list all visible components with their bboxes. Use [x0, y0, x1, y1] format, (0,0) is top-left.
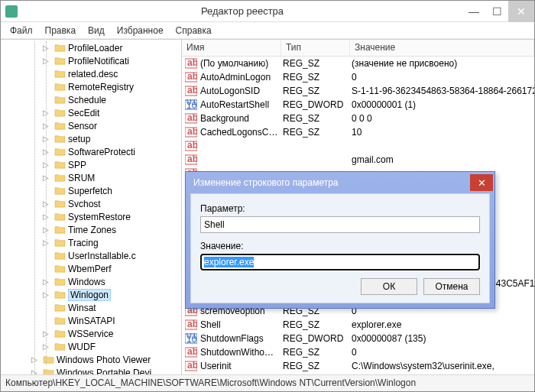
tree-item[interactable]: ▷SPP — [1, 158, 181, 171]
tree-item[interactable]: ▷WUDF — [1, 340, 181, 353]
tree-item[interactable]: ▷ProfileLoader — [1, 41, 181, 54]
expander-icon[interactable]: ▷ — [42, 213, 50, 221]
expander-icon[interactable]: ▷ — [42, 330, 50, 338]
list-row[interactable]: AutoRestartShellREG_DWORD0x00000001 (1) — [182, 98, 534, 112]
tree-label: WUDF — [68, 342, 96, 352]
tree-item[interactable]: WbemPerf — [1, 262, 181, 275]
row-value: 0x00000001 (1) — [352, 99, 534, 110]
tree-item[interactable]: UserInstallable.c — [1, 249, 181, 262]
tree-item[interactable]: Schedule — [1, 93, 181, 106]
tree-label: Windows — [68, 277, 105, 287]
expander-icon[interactable]: ▷ — [42, 109, 50, 117]
col-type[interactable]: Тип — [281, 40, 350, 56]
expander-icon[interactable]: ▷ — [42, 135, 50, 143]
expander-icon[interactable]: ▷ — [42, 200, 50, 208]
folder-icon — [54, 43, 66, 53]
list-row[interactable]: ShutdownFlagsREG_DWORD0x00000087 (135) — [182, 332, 534, 345]
tree-item[interactable]: ▷Winlogon — [1, 288, 181, 301]
row-type: REG_SZ — [283, 86, 352, 96]
tree-item[interactable]: ▷SecEdit — [1, 106, 181, 119]
folder-icon — [54, 108, 66, 118]
ok-button[interactable]: ОК — [361, 278, 417, 295]
tree-item[interactable]: RemoteRegistry — [1, 80, 181, 93]
row-name: Shell — [200, 319, 283, 330]
tree-item[interactable]: ▷WSService — [1, 327, 181, 340]
dialog-close-button[interactable]: ✕ — [470, 174, 493, 191]
tree-item[interactable]: ▷Windows — [1, 275, 181, 288]
dialog-titlebar: Изменение строкового параметра ✕ — [186, 172, 494, 193]
col-value[interactable]: Значение — [350, 40, 534, 56]
list-row[interactable]: UserinitREG_SZC:\Windows\system32\userin… — [182, 359, 534, 373]
tree-item[interactable]: ▷setup — [1, 132, 181, 145]
expander-icon[interactable]: ▷ — [42, 239, 50, 247]
row-value: (значение не присвоено) — [352, 58, 534, 69]
list-header: Имя Тип Значение — [182, 40, 534, 57]
expander-icon[interactable]: ▷ — [42, 161, 50, 169]
expander-icon[interactable]: ▷ — [42, 343, 50, 351]
cancel-button[interactable]: Отмена — [423, 278, 480, 295]
tree-item[interactable]: WinSATAPI — [1, 314, 181, 327]
tree-item[interactable]: ▷Time Zones — [1, 223, 181, 236]
row-name: ShutdownWitho… — [200, 347, 283, 358]
expander-icon[interactable]: ▷ — [42, 174, 50, 182]
tree-item[interactable]: ▷SoftwareProtecti — [1, 145, 181, 158]
tree-item[interactable]: ▷Sensor — [1, 119, 181, 132]
minimize-button[interactable]: — — [462, 1, 485, 22]
tree-label: Tracing — [68, 238, 99, 248]
expander-icon[interactable]: ▷ — [42, 278, 50, 286]
regedit-icon — [5, 5, 18, 18]
tree-item[interactable]: ▷Tracing — [1, 236, 181, 249]
list-row[interactable]: ShutdownWitho…REG_SZ0 — [182, 345, 534, 359]
list-row[interactable]: gmail.com — [182, 153, 534, 167]
menu-view[interactable]: Вид — [82, 24, 111, 37]
menu-edit[interactable]: Правка — [39, 24, 83, 37]
tree-panel[interactable]: ▷ProfileLoader▷ProfileNotificatirelated.… — [1, 40, 182, 374]
tree-item[interactable]: ▷Windows Portable Devi — [1, 366, 181, 374]
menu-file[interactable]: Файл — [4, 24, 39, 37]
expander-icon[interactable]: ▷ — [42, 44, 50, 52]
list-row[interactable]: AutoAdminLogonREG_SZ0 — [182, 70, 534, 84]
row-value: explorer.exe — [352, 319, 534, 330]
list-row[interactable]: AutoLogonSIDREG_SZS-1-11-96-3623454863-5… — [182, 84, 534, 98]
value-field[interactable] — [200, 254, 480, 271]
tree-item[interactable]: ▷SRUM — [1, 171, 181, 184]
list-row[interactable] — [182, 139, 534, 153]
window-title: Редактор реестра — [22, 5, 462, 17]
expander-icon[interactable]: ▷ — [31, 356, 38, 364]
maximize-button[interactable]: ☐ — [485, 1, 508, 22]
expander-icon[interactable]: ▷ — [42, 122, 50, 130]
expander-icon[interactable]: ▷ — [42, 291, 50, 299]
menu-help[interactable]: Справка — [170, 24, 218, 37]
edit-string-dialog: Изменение строкового параметра ✕ Парамет… — [185, 171, 495, 309]
list-row[interactable]: ShellREG_SZexplorer.exe — [182, 318, 534, 332]
list-row[interactable]: BackgroundREG_SZ0 0 0 — [182, 112, 534, 125]
expander-icon[interactable]: ▷ — [42, 226, 50, 234]
reg-type-icon — [185, 99, 197, 110]
tree-item[interactable]: ▷SystemRestore — [1, 210, 181, 223]
close-button[interactable]: ✕ — [508, 1, 534, 22]
list-row[interactable]: (По умолчанию)REG_SZ(значение не присвое… — [182, 57, 534, 70]
tree-label: UserInstallable.c — [68, 251, 136, 261]
folder-icon — [54, 173, 66, 183]
tree-item[interactable]: Superfetch — [1, 184, 181, 197]
tree-item[interactable]: Winsat — [1, 301, 181, 314]
expander-icon[interactable]: ▷ — [42, 148, 50, 156]
tree-label: Sensor — [68, 121, 97, 131]
expander-icon[interactable]: ▷ — [31, 369, 38, 375]
list-row[interactable]: CachedLogonsC…REG_SZ10 — [182, 125, 534, 139]
tree-label: Time Zones — [68, 225, 116, 235]
param-field[interactable] — [200, 216, 480, 233]
param-label: Параметр: — [200, 203, 480, 214]
menu-favorites[interactable]: Избранное — [111, 24, 170, 37]
tree-item[interactable]: ▷ProfileNotificati — [1, 54, 181, 67]
row-value: gmail.com — [352, 154, 534, 165]
row-value: C:\Windows\system32\userinit.exe, — [352, 361, 534, 371]
tree-item[interactable]: related.desc — [1, 67, 181, 80]
tree-item[interactable]: ▷Svchost — [1, 197, 181, 210]
row-value: 0 — [352, 72, 534, 83]
reg-type-icon — [185, 72, 197, 83]
tree-item[interactable]: ▷Windows Photo Viewer — [1, 353, 181, 366]
expander-icon[interactable]: ▷ — [42, 57, 50, 65]
col-name[interactable]: Имя — [182, 40, 281, 56]
row-type: REG_SZ — [283, 127, 352, 138]
